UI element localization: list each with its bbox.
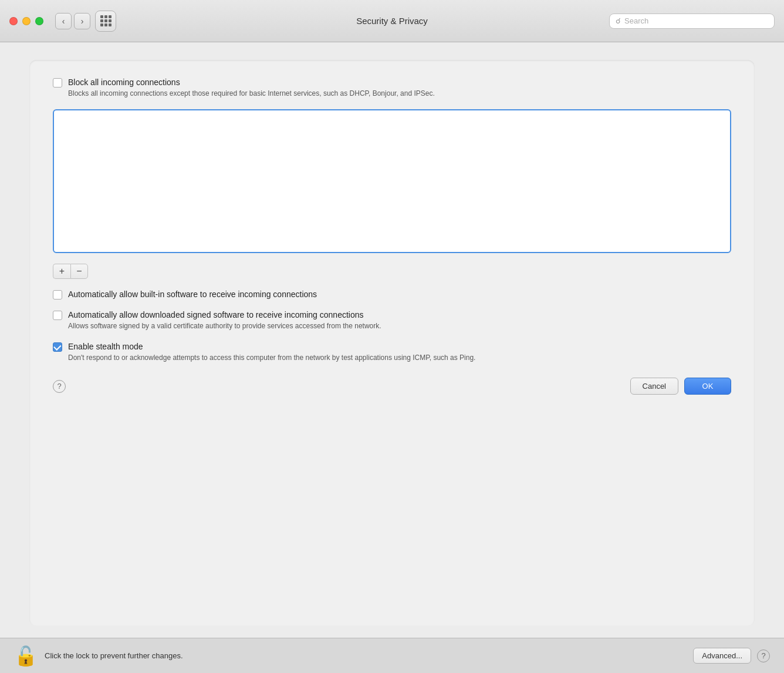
cancel-button[interactable]: Cancel: [630, 378, 678, 395]
forward-button[interactable]: ›: [74, 13, 90, 29]
help-button[interactable]: ?: [53, 380, 66, 393]
back-button[interactable]: ‹: [55, 13, 72, 29]
search-bar[interactable]: ☌ Search: [609, 14, 775, 29]
titlebar: ‹ › Security & Privacy ☌ Search: [0, 0, 784, 42]
allow-signed-description: Allows software signed by a valid certif…: [68, 321, 381, 331]
ok-button[interactable]: OK: [684, 378, 731, 395]
allow-signed-text: Automatically allow downloaded signed so…: [68, 310, 381, 331]
dialog-footer: ? Cancel OK: [53, 378, 731, 395]
remove-app-button[interactable]: −: [70, 264, 88, 279]
main-content: Block all incoming connections Blocks al…: [0, 42, 784, 638]
lock-icon[interactable]: 🔓: [14, 645, 38, 667]
allow-builtin-checkbox[interactable]: [53, 290, 62, 300]
grid-icon: [100, 15, 111, 26]
advanced-button[interactable]: Advanced...: [693, 648, 751, 664]
stealth-mode-checkbox[interactable]: [53, 342, 62, 352]
block-connections-checkbox[interactable]: [53, 78, 62, 88]
help-bottom-button[interactable]: ?: [757, 650, 770, 662]
allow-signed-label: Automatically allow downloaded signed so…: [68, 310, 381, 319]
allow-builtin-row: Automatically allow built-in software to…: [53, 290, 731, 300]
allow-signed-row: Automatically allow downloaded signed so…: [53, 310, 731, 331]
add-app-button[interactable]: +: [53, 264, 70, 279]
bottom-bar: 🔓 Click the lock to prevent further chan…: [0, 638, 784, 673]
list-controls: + −: [53, 264, 731, 279]
bottom-buttons: Advanced... ?: [693, 648, 770, 664]
allow-builtin-label: Automatically allow built-in software to…: [68, 290, 317, 299]
stealth-mode-description: Don't respond to or acknowledge attempts…: [68, 353, 475, 363]
grid-button[interactable]: [95, 11, 116, 32]
allow-signed-checkbox[interactable]: [53, 311, 62, 320]
nav-buttons: ‹ ›: [55, 13, 90, 29]
firewall-panel: Block all incoming connections Blocks al…: [29, 60, 755, 626]
minimize-button[interactable]: [22, 17, 31, 25]
block-connections-text: Block all incoming connections Blocks al…: [68, 78, 435, 99]
application-list[interactable]: [53, 109, 731, 253]
close-button[interactable]: [9, 17, 18, 25]
block-connections-row: Block all incoming connections Blocks al…: [53, 78, 731, 99]
block-connections-description: Blocks all incoming connections except t…: [68, 89, 435, 99]
traffic-lights: [9, 17, 43, 25]
allow-builtin-text: Automatically allow built-in software to…: [68, 290, 317, 299]
window-title: Security & Privacy: [356, 16, 428, 26]
lock-text: Click the lock to prevent further change…: [45, 651, 183, 660]
search-icon: ☌: [616, 16, 621, 25]
stealth-mode-text: Enable stealth mode Don't respond to or …: [68, 342, 475, 363]
block-connections-label: Block all incoming connections: [68, 78, 435, 87]
stealth-mode-row: Enable stealth mode Don't respond to or …: [53, 342, 731, 363]
search-input[interactable]: Search: [624, 16, 648, 25]
maximize-button[interactable]: [35, 17, 43, 25]
stealth-mode-label: Enable stealth mode: [68, 342, 475, 351]
